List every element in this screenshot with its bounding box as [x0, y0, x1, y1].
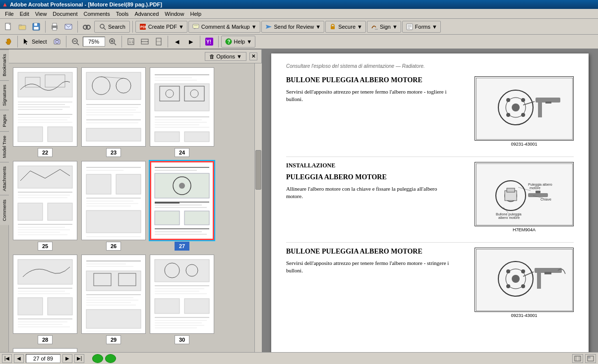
- first-page-button[interactable]: |◀: [2, 354, 12, 363]
- panel-close-button[interactable]: ✕: [249, 52, 257, 60]
- status-box2[interactable]: [585, 354, 596, 363]
- thumb-28[interactable]: 28: [13, 255, 77, 344]
- create-pdf-dropdown-icon: ▼: [179, 24, 184, 30]
- thumb-frame-28: [13, 255, 77, 334]
- select-button[interactable]: Select: [20, 35, 50, 48]
- binoculars-button[interactable]: [80, 20, 93, 33]
- comments-tab[interactable]: Comments: [0, 195, 9, 225]
- model-tree-tab[interactable]: Model Tree: [0, 131, 9, 162]
- zoom-out-icon: [71, 38, 79, 46]
- svg-rect-18: [193, 24, 199, 28]
- svg-rect-5: [34, 23, 37, 26]
- thumb-27[interactable]: 27: [150, 161, 214, 251]
- search-label: Search: [108, 24, 125, 30]
- scrollbar-thumb[interactable]: [255, 150, 261, 190]
- last-page-button[interactable]: ▶|: [74, 354, 84, 363]
- new-button[interactable]: [2, 20, 15, 33]
- thumb-scrollbar[interactable]: [254, 63, 261, 352]
- forms-label: Forms: [415, 24, 430, 30]
- send-review-dropdown-icon: ▼: [315, 24, 321, 30]
- thumb-29[interactable]: 29: [81, 255, 146, 344]
- page-back-icon: ◀: [173, 38, 181, 46]
- thumb-26[interactable]: 26: [81, 161, 146, 251]
- title-bar: ▲ Adobe Acrobat Professional - [Motore D…: [0, 0, 598, 9]
- sign-button[interactable]: Sign ▼: [367, 21, 401, 33]
- zoom-out-button[interactable]: [69, 35, 82, 48]
- svg-rect-64: [48, 127, 72, 142]
- pdf-area[interactable]: Consultare l'esploso del sistema di alim…: [262, 50, 598, 352]
- svg-rect-6: [34, 27, 39, 30]
- zoom-input[interactable]: [83, 37, 105, 47]
- comment-markup-label: Comment & Markup: [201, 24, 250, 30]
- thumb-frame-23: [81, 67, 146, 147]
- svg-marker-43: [141, 41, 142, 42]
- svg-rect-127: [155, 211, 179, 225]
- separator4: [17, 36, 18, 48]
- fit-page-button[interactable]: [152, 35, 165, 48]
- actual-size-icon: 1:1: [127, 38, 135, 46]
- yahoo-button[interactable]: Y!: [203, 35, 216, 48]
- svg-rect-147: [86, 271, 141, 291]
- create-pdf-label: Create PDF: [148, 24, 177, 30]
- secure-button[interactable]: Secure ▼: [325, 21, 366, 33]
- thumb-23[interactable]: 23: [81, 67, 146, 157]
- separator7: [168, 36, 168, 48]
- forms-button[interactable]: Forms ▼: [402, 21, 441, 33]
- svg-point-186: [521, 113, 525, 117]
- actual-size-button[interactable]: 1:1: [124, 35, 137, 48]
- menu-window[interactable]: Window: [162, 10, 187, 18]
- email-button[interactable]: [62, 20, 75, 33]
- snapshot-button[interactable]: [51, 35, 63, 48]
- help-button[interactable]: ? Help ▼: [221, 36, 256, 48]
- thumb-31[interactable]: 31: [13, 348, 77, 352]
- menu-view[interactable]: View: [32, 10, 50, 18]
- menu-help[interactable]: Help: [187, 10, 204, 18]
- menu-document[interactable]: Document: [50, 10, 80, 18]
- menu-advanced[interactable]: Advanced: [131, 10, 162, 18]
- thumb-frame-29: [81, 255, 146, 334]
- next-page-button[interactable]: ▶: [62, 354, 72, 363]
- open-button[interactable]: [16, 20, 29, 33]
- save-icon: [32, 23, 40, 31]
- attachments-tab[interactable]: Attachments: [0, 162, 9, 195]
- status-green-button2[interactable]: [105, 354, 116, 363]
- svg-text:motore: motore: [530, 186, 540, 190]
- section2-diagram: Puleggia albero motore Bullone puleggia …: [475, 162, 574, 226]
- bookmarks-tab[interactable]: Bookmarks: [0, 50, 9, 80]
- thumb-22[interactable]: 22: [13, 67, 77, 157]
- comment-markup-button[interactable]: Comment & Markup ▼: [188, 21, 260, 33]
- thumb-25[interactable]: 25: [13, 161, 77, 251]
- page-back-button[interactable]: ◀: [171, 35, 183, 48]
- print-button[interactable]: [48, 20, 61, 33]
- section1-diagram: [475, 76, 574, 141]
- thumb-label-30: 30: [175, 335, 189, 344]
- create-pdf-button[interactable]: PDF Create PDF ▼: [135, 21, 187, 33]
- menu-comments[interactable]: Comments: [81, 10, 113, 18]
- signatures-tab[interactable]: Signatures: [0, 80, 9, 110]
- svg-line-38: [114, 43, 116, 45]
- thumb-24[interactable]: 24: [150, 67, 214, 157]
- main-area: Bookmarks Signatures Pages Model Tree At…: [0, 50, 598, 352]
- fit-width-button[interactable]: [138, 35, 151, 48]
- menu-edit[interactable]: Edit: [17, 10, 32, 18]
- send-review-button[interactable]: Send for Review ▼: [261, 21, 325, 33]
- sign-icon: [370, 23, 378, 31]
- svg-line-15: [104, 28, 106, 30]
- yahoo-icon: Y!: [205, 38, 213, 46]
- status-box1[interactable]: [572, 354, 583, 363]
- options-button[interactable]: 🗑 Options ▼: [205, 52, 246, 61]
- hand-tool-button[interactable]: [2, 35, 15, 48]
- page-forward-button[interactable]: ▶: [184, 35, 197, 48]
- thumb-30[interactable]: 30: [150, 255, 214, 344]
- pages-tab[interactable]: Pages: [0, 110, 9, 131]
- menu-file[interactable]: File: [2, 10, 17, 18]
- menu-tools[interactable]: Tools: [113, 10, 132, 18]
- separator3: [132, 21, 133, 33]
- thumb-label-22: 22: [38, 148, 53, 157]
- zoom-in-button[interactable]: [106, 35, 119, 48]
- search-button[interactable]: Search: [94, 21, 130, 33]
- save-button[interactable]: [30, 20, 43, 33]
- prev-page-button[interactable]: ◀: [14, 354, 24, 363]
- svg-rect-208: [544, 272, 551, 274]
- status-green-button1[interactable]: [92, 354, 103, 363]
